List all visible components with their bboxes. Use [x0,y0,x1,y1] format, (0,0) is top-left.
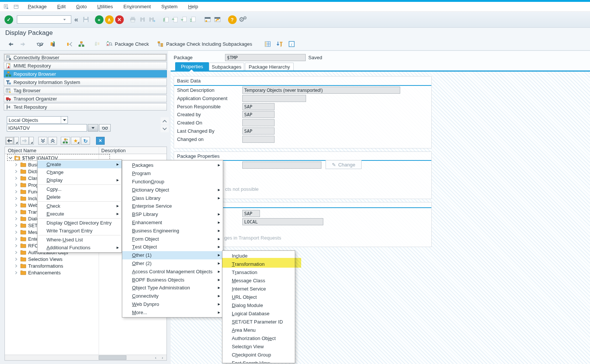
tree-item-progr[interactable]: Progr [15,181,40,188]
menu-item-selection-view[interactable]: Selection View [222,342,295,351]
gui-window-icon[interactable] [13,3,20,10]
favorites-icon[interactable]: ★ [71,137,80,145]
menubar-item-package[interactable]: Package [23,4,52,9]
copy-object-icon[interactable] [50,41,56,48]
print-icon[interactable] [129,16,137,23]
history-forward-icon[interactable] [20,137,29,145]
expander-closed-icon[interactable] [15,237,18,241]
refresh-icon[interactable]: ↻ [81,137,90,145]
tree-item-enter[interactable]: Enter [15,235,40,242]
expander-closed-icon[interactable] [15,271,18,274]
scroll-down-icon[interactable] [161,125,169,132]
menu-item-create[interactable]: Create▶ [38,160,122,168]
menu-item-bsp-library[interactable]: BSP Library▶ [122,210,223,219]
menu-item-function-group[interactable]: Function Group [122,178,223,186]
menu-item-form-object[interactable]: Form Object▶ [122,235,223,243]
menu-item-check[interactable]: Check▶ [38,202,122,210]
menu-item-logical-database[interactable]: Logical Database [222,309,295,318]
command-list-icon[interactable] [3,3,10,10]
back-nav-icon[interactable] [8,41,14,48]
column-object-name[interactable]: Object Name [5,148,99,153]
last-page-icon[interactable] [189,16,197,23]
menu-item-message-class[interactable]: Message Class [222,276,295,285]
package-check-button[interactable]: Package Check [115,41,149,47]
menu-item-connectivity[interactable]: Connectivity▶ [122,292,223,300]
new-session-icon[interactable] [203,16,212,23]
collapse-all-icon[interactable] [48,137,57,145]
page-up-icon[interactable] [171,16,179,23]
menu-item-authorization-object[interactable]: Authorization Object [222,334,295,342]
cancel-icon[interactable]: ✕ [115,15,124,24]
command-field-chevron-icon[interactable] [63,19,66,20]
menu-item-other-2[interactable]: Other (2)▶ [122,259,223,268]
menu-item-execute[interactable]: Execute▶ [38,210,122,218]
subpackage-check-icon[interactable] [157,41,164,48]
menu-item-checkpoint-group[interactable]: Checkpoint Group [222,351,295,359]
menu-item-fast-search-view[interactable]: Fast Search View [222,359,295,363]
sidebar-item-connectivity-browser[interactable]: Connectivity Browser [4,54,167,61]
command-field[interactable] [17,16,63,23]
expander-closed-icon[interactable] [15,251,18,254]
menu-item-program[interactable]: Program [122,169,223,178]
expander-closed-icon[interactable] [15,210,18,214]
sidebar-item-transport-organizer[interactable]: Transport Organizer [4,95,167,102]
compare-object-icon[interactable] [66,41,73,48]
tree-item-set[interactable]: SET/ [15,222,39,229]
expander-closed-icon[interactable] [15,183,18,187]
find-icon[interactable] [139,16,146,23]
history-forward-more-icon[interactable] [29,137,34,145]
history-back-more-icon[interactable] [14,137,19,145]
expander-closed-icon[interactable] [15,258,18,261]
find-next-icon[interactable] [148,16,155,23]
menu-item-write-transport-entry[interactable]: Write Transport Entry [38,227,122,235]
close-browser-icon[interactable]: ✕ [96,137,105,145]
expander-open-icon[interactable] [9,156,12,160]
menu-item-set-get-parameter-id[interactable]: SET/GET Parameter ID [222,318,295,326]
back-icon[interactable]: « [95,15,104,24]
menu-item-more[interactable]: More...▶ [122,308,223,316]
help-icon[interactable]: ? [228,15,237,24]
scroll-right-icon[interactable]: › [159,355,166,360]
first-page-icon[interactable] [162,16,170,23]
display-hierarchy-icon[interactable] [61,137,70,145]
save-icon[interactable] [82,16,90,23]
tree-item-transformations[interactable]: Transformations [15,262,63,269]
display-object-button[interactable] [99,124,111,132]
menu-item-packages[interactable]: Packages▶ [122,161,223,169]
menubar-item-edit[interactable]: Edit [52,4,71,9]
sidebar-item-tag-browser[interactable]: Tag Browser [4,87,167,94]
table-view-icon[interactable] [264,40,271,48]
menu-item-object-type-administration[interactable]: Object Type Administration▶ [122,284,223,292]
tree-item-busin[interactable]: Busin [15,161,41,168]
display-change-icon[interactable] [36,41,44,48]
collapse-command-icon[interactable]: « [74,15,78,24]
menu-item-internet-service[interactable]: Internet Service [222,285,295,293]
menu-item-copy[interactable]: Copy... [38,185,122,193]
menu-item-access-control-management-objects[interactable]: Access Control Management Objects▶ [122,267,223,276]
tab-package-hierarchy[interactable]: Package Hierarchy [245,63,294,70]
package-check-icon[interactable] [106,41,113,48]
info-icon[interactable]: i [288,40,295,48]
object-name-input[interactable] [7,124,87,132]
package-check-subpackages-button[interactable]: Package Check Including Subpackages [166,41,252,47]
expander-closed-icon[interactable] [15,244,18,247]
menu-item-area-menu[interactable]: Area Menu [222,326,295,334]
history-back-icon[interactable] [5,137,14,145]
scrollbar-thumb[interactable] [99,355,126,360]
expander-closed-icon[interactable] [15,197,18,200]
scroll-left-icon[interactable]: ‹ [152,355,159,360]
menu-item-class-library[interactable]: Class Library▶ [122,194,223,202]
object-list-icon[interactable] [78,41,85,48]
expander-closed-icon[interactable] [15,224,18,227]
expander-closed-icon[interactable] [15,217,18,220]
column-description[interactable]: Description [99,148,126,153]
tree-item-web[interactable]: Web [15,202,38,208]
create-shortcut-icon[interactable] [213,16,221,23]
menu-item-other-1[interactable]: Other (1)▶ [122,251,223,259]
expander-closed-icon[interactable] [15,204,18,207]
expand-all-icon[interactable] [38,137,47,145]
tree-item-inclu[interactable]: Inclu [15,195,38,202]
menu-item-enhancement[interactable]: Enhancement▶ [122,219,223,227]
menu-item-display-object-directory-entry[interactable]: Display Object Directory Entry [38,219,122,227]
menu-item-display[interactable]: Display▶ [38,176,122,184]
